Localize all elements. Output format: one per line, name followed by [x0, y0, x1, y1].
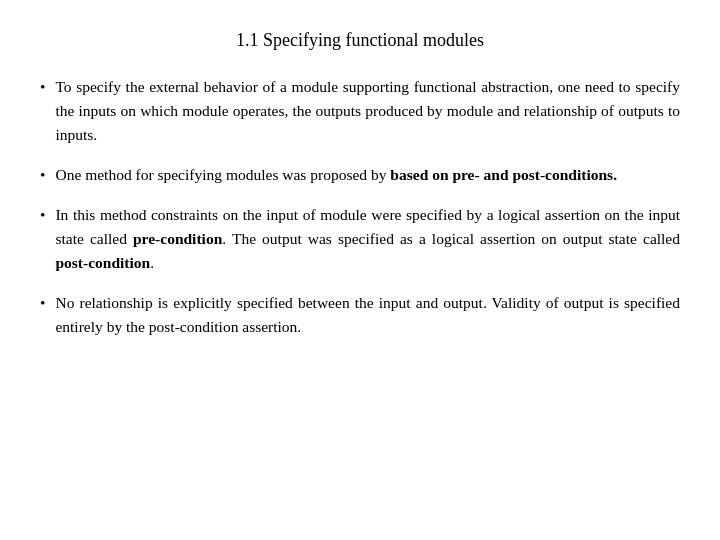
list-item-2: •One method for specifying modules was p… [40, 163, 680, 187]
bold-text: pre-condition [133, 230, 222, 247]
bullet-text-3: In this method constraints on the input … [55, 203, 680, 275]
bullet-text-4: No relationship is explicitly specified … [55, 291, 680, 339]
list-item-3: •In this method constraints on the input… [40, 203, 680, 275]
bold-text: based on pre- and post-conditions. [390, 166, 617, 183]
bullet-text-2: One method for specifying modules was pr… [55, 163, 680, 187]
list-item-1: •To specify the external behavior of a m… [40, 75, 680, 147]
bullet-symbol-4: • [40, 291, 45, 315]
list-item-4: •No relationship is explicitly specified… [40, 291, 680, 339]
bullet-list: •To specify the external behavior of a m… [40, 75, 680, 339]
content-area: •To specify the external behavior of a m… [40, 75, 680, 355]
bold-text: post-condition [55, 254, 150, 271]
bullet-text-1: To specify the external behavior of a mo… [55, 75, 680, 147]
bullet-symbol-3: • [40, 203, 45, 227]
page-title: 1.1 Specifying functional modules [236, 30, 484, 51]
bullet-symbol-1: • [40, 75, 45, 99]
bullet-symbol-2: • [40, 163, 45, 187]
